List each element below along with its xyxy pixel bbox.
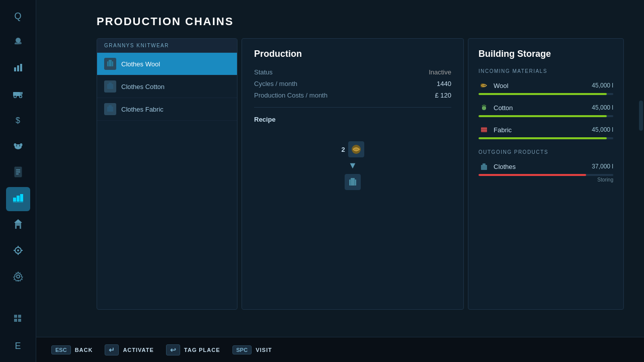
recipe-arrow: ▼	[348, 160, 357, 171]
svg-point-7	[19, 95, 22, 98]
sidebar-btn-q[interactable]: Q	[6, 4, 30, 28]
svg-point-30	[17, 275, 20, 278]
svg-rect-53	[481, 127, 487, 132]
chains-panel: GRANNYS KNITWEAR Clothes Wool Clothes Co…	[97, 38, 237, 310]
storage-item-wool-name: Wool	[478, 80, 508, 91]
recipe-input-icon	[348, 141, 364, 157]
sidebar-btn-weather[interactable]	[6, 30, 30, 54]
tag-key-badge: ↩	[166, 344, 180, 355]
machinery-icon	[13, 246, 24, 257]
sidebar-btn-contracts[interactable]	[6, 161, 30, 185]
chain-item-clothes-wool-label: Clothes Wool	[121, 60, 160, 68]
clothes-out-name-text: Clothes	[494, 163, 516, 170]
svg-rect-31	[14, 315, 17, 318]
sidebar-btn-grid[interactable]	[6, 308, 30, 332]
svg-rect-45	[349, 179, 356, 186]
tag-place-button[interactable]: ↩ TAG PLACE	[166, 344, 220, 355]
stats-icon	[13, 62, 23, 75]
clothes-out-bar-bg	[478, 174, 613, 176]
back-label: BACK	[75, 347, 93, 353]
production-panel-title: Production	[254, 49, 451, 59]
fabric-icon	[478, 124, 490, 135]
activate-button[interactable]: ↵ ACTIVATE	[105, 344, 153, 355]
storage-item-clothes-header: Clothes 37,000 l	[478, 161, 613, 172]
sidebar: Q $	[0, 0, 36, 362]
chains-group-label: GRANNYS KNITWEAR	[97, 39, 237, 53]
fabric-bar-fill	[478, 137, 607, 139]
sidebar-btn-settings[interactable]	[6, 265, 30, 290]
svg-rect-2	[17, 65, 19, 71]
chain-item-clothes-cotton[interactable]: Clothes Cotton	[97, 75, 237, 98]
costs-row: Production Costs / month £ 120	[254, 92, 451, 99]
main-content: PRODUCTION CHAINS GRANNYS KNITWEAR Cloth…	[36, 0, 644, 362]
outgoing-products-label: OUTGOING PRODUCTS	[478, 149, 613, 155]
sidebar-btn-production[interactable]	[6, 187, 30, 211]
activate-key-badge: ↵	[105, 344, 119, 355]
cotton-bar-bg	[478, 115, 613, 117]
svg-point-44	[355, 148, 358, 151]
fabric-amount: 45,000 l	[592, 126, 613, 133]
sidebar-btn-animals[interactable]	[6, 135, 30, 159]
clothes-fabric-icon	[104, 103, 116, 115]
svg-rect-3	[20, 64, 22, 71]
cotton-amount: 45,000 l	[592, 104, 613, 111]
svg-rect-56	[481, 165, 487, 170]
clothes-out-bar-fill	[478, 174, 586, 176]
visit-button[interactable]: SPC VISIT	[232, 345, 272, 354]
storage-item-cotton-header: Cotton 45,000 l	[478, 102, 613, 113]
e-icon: E	[15, 341, 21, 351]
storage-item-clothes: Clothes 37,000 l Storing	[478, 161, 613, 183]
production-icon	[13, 194, 24, 205]
chain-item-clothes-fabric[interactable]: Clothes Fabric	[97, 98, 237, 121]
recipe-area: 2 ▼	[254, 131, 451, 190]
storage-item-wool: Wool 45,000 l	[478, 80, 613, 95]
wool-icon	[478, 80, 490, 91]
sidebar-btn-silo[interactable]	[6, 213, 30, 237]
svg-rect-18	[17, 196, 20, 202]
scrollbar[interactable]	[639, 101, 643, 131]
recipe-output-icon	[345, 174, 361, 190]
clothes-out-amount: 37,000 l	[592, 163, 613, 170]
status-label: Status	[254, 68, 273, 76]
svg-rect-40	[109, 82, 112, 84]
chain-item-clothes-cotton-label: Clothes Cotton	[121, 83, 165, 90]
sidebar-btn-vehicles[interactable]	[6, 82, 30, 107]
svg-rect-34	[18, 319, 21, 322]
status-value: Inactive	[429, 68, 451, 76]
storage-item-fabric: Fabric 45,000 l	[478, 124, 613, 139]
storage-item-cotton-name: Cotton	[478, 102, 513, 113]
storage-item-fabric-header: Fabric 45,000 l	[478, 124, 613, 135]
recipe-output	[345, 174, 361, 190]
svg-rect-36	[109, 60, 112, 62]
sidebar-btn-e[interactable]: E	[6, 334, 30, 358]
svg-rect-17	[13, 198, 16, 202]
svg-point-11	[16, 145, 17, 146]
grid-icon	[14, 314, 23, 326]
fabric-bar-bg	[478, 137, 613, 139]
tag-place-label: TAG PLACE	[184, 347, 220, 353]
sidebar-btn-money[interactable]: $	[6, 109, 30, 133]
cotton-bar-fill	[478, 115, 607, 117]
wool-amount: 45,000 l	[592, 82, 613, 89]
money-icon: $	[16, 116, 20, 125]
svg-rect-32	[18, 315, 21, 318]
svg-rect-33	[14, 319, 17, 322]
sidebar-btn-stats[interactable]	[6, 56, 30, 80]
clothes-out-sub-label: Storing	[478, 177, 613, 183]
sidebar-btn-machinery[interactable]	[6, 239, 30, 263]
svg-point-9	[14, 143, 16, 146]
svg-point-50	[483, 84, 485, 86]
silo-icon	[13, 219, 23, 232]
chain-item-clothes-wool[interactable]: Clothes Wool	[97, 53, 237, 75]
recipe-label: Recipe	[254, 116, 451, 123]
esc-back-button[interactable]: ESC BACK	[51, 345, 93, 354]
cycles-row: Cycles / month 1440	[254, 80, 451, 87]
svg-marker-22	[14, 219, 22, 223]
activate-label: ACTIVATE	[123, 347, 153, 353]
incoming-materials-label: INCOMING MATERIALS	[478, 68, 613, 74]
svg-point-25	[17, 249, 19, 251]
wool-name-text: Wool	[494, 82, 508, 89]
wool-bar-bg	[478, 93, 613, 95]
cycles-label: Cycles / month	[254, 80, 297, 87]
svg-rect-41	[107, 107, 113, 112]
